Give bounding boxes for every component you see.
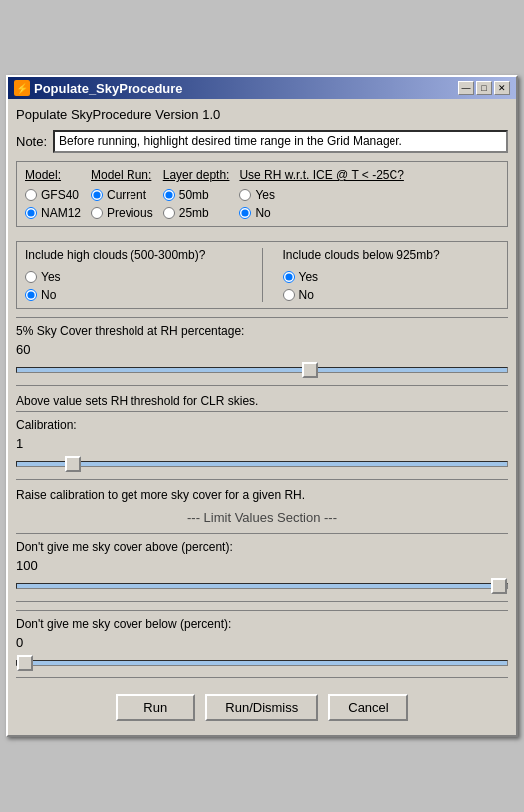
calibration-slider-container — [16, 455, 508, 473]
high-clouds-label: Include high clouds (500-300mb)? — [25, 248, 242, 262]
low-clouds-label: Include clouds below 925mb? — [283, 248, 500, 262]
sky-cover-above-section: Don't give me sky cover above (percent):… — [16, 533, 508, 602]
content-area: Populate SkyProcedure Version 1.0 Note: … — [8, 99, 516, 735]
sky-cover-below-value: 0 — [16, 635, 508, 650]
use-rh-col: Use RH w.r.t. ICE @ T < -25C? Yes No — [239, 168, 403, 220]
sky-cover-above-slider-container — [16, 577, 508, 595]
calibration-slider[interactable] — [16, 461, 508, 467]
model-run-col: Model Run: Current Previous — [91, 168, 153, 220]
window-icon: ⚡ — [14, 80, 30, 96]
use-rh-label: Use RH w.r.t. ICE @ T < -25C? — [239, 168, 403, 182]
calibration-section: Calibration: 1 — [16, 411, 508, 480]
model-nam12-label: NAM12 — [41, 206, 81, 220]
cancel-button[interactable]: Cancel — [328, 694, 407, 721]
options-group: Model: GFS40 NAM12 Model Run: Cu — [16, 161, 508, 227]
sky-cover-above-slider[interactable] — [16, 583, 508, 589]
model-run-previous-label: Previous — [107, 206, 153, 220]
sky-cover-value: 60 — [16, 342, 508, 357]
clouds-row: Include high clouds (500-300mb)? Yes No … — [25, 248, 499, 302]
layer-25mb-radio[interactable] — [163, 207, 175, 219]
layer-50mb-row: 50mb — [163, 188, 230, 202]
rh-no-label: No — [255, 206, 270, 220]
version-label: Populate SkyProcedure Version 1.0 — [16, 107, 508, 122]
model-gfs40-row: GFS40 — [25, 188, 81, 202]
low-clouds-no-row: No — [283, 288, 500, 302]
sky-cover-section: 5% Sky Cover threshold at RH percentage:… — [16, 317, 508, 386]
model-nam12-row: NAM12 — [25, 206, 81, 220]
layer-depth-label: Layer depth: — [163, 168, 230, 182]
sky-cover-slider-container — [16, 361, 508, 379]
model-run-previous-row: Previous — [91, 206, 153, 220]
calibration-info: Raise calibration to get more sky cover … — [16, 488, 508, 502]
low-clouds-no-radio[interactable] — [283, 289, 295, 301]
layer-25mb-label: 25mb — [179, 206, 209, 220]
rh-yes-radio[interactable] — [239, 189, 251, 201]
title-bar: ⚡ Populate_SkyProcedure — □ ✕ — [8, 77, 516, 99]
high-clouds-no-row: No — [25, 288, 242, 302]
layer-depth-col: Layer depth: 50mb 25mb — [163, 168, 230, 220]
sky-cover-below-section: Don't give me sky cover below (percent):… — [16, 610, 508, 678]
close-button[interactable]: ✕ — [494, 81, 510, 95]
buttons-row: Run Run/Dismiss Cancel — [16, 688, 508, 727]
rh-yes-row: Yes — [239, 188, 403, 202]
sky-cover-below-label: Don't give me sky cover below (percent): — [16, 617, 508, 631]
layer-25mb-row: 25mb — [163, 206, 230, 220]
model-nam12-radio[interactable] — [25, 207, 37, 219]
model-run-current-row: Current — [91, 188, 153, 202]
window-title: Populate_SkyProcedure — [34, 81, 183, 96]
main-window: ⚡ Populate_SkyProcedure — □ ✕ Populate S… — [6, 75, 518, 737]
low-clouds-yes-radio[interactable] — [283, 271, 295, 283]
limit-values-header: --- Limit Values Section --- — [16, 510, 508, 525]
run-dismiss-button[interactable]: Run/Dismiss — [205, 694, 318, 721]
title-bar-left: ⚡ Populate_SkyProcedure — [14, 80, 183, 96]
model-col: Model: GFS40 NAM12 — [25, 168, 81, 220]
rh-yes-label: Yes — [255, 188, 275, 202]
sky-cover-below-slider-container — [16, 654, 508, 672]
low-clouds-yes-row: Yes — [283, 270, 500, 284]
sky-cover-info: Above value sets RH threshold for CLR sk… — [16, 394, 508, 407]
minimize-button[interactable]: — — [458, 81, 474, 95]
note-label: Note: — [16, 135, 47, 149]
sky-cover-slider[interactable] — [16, 367, 508, 373]
maximize-button[interactable]: □ — [476, 81, 492, 95]
note-row: Note: — [16, 130, 508, 153]
calibration-label: Calibration: — [16, 418, 508, 432]
high-clouds-no-label: No — [41, 288, 56, 302]
high-clouds-yes-label: Yes — [41, 270, 61, 284]
title-controls: — □ ✕ — [458, 81, 510, 95]
rh-no-row: No — [239, 206, 403, 220]
sky-cover-label: 5% Sky Cover threshold at RH percentage: — [16, 324, 508, 338]
rh-no-radio[interactable] — [239, 207, 251, 219]
model-label: Model: — [25, 168, 81, 182]
model-gfs40-label: GFS40 — [41, 188, 79, 202]
high-clouds-yes-row: Yes — [25, 270, 242, 284]
model-run-label: Model Run: — [91, 168, 153, 182]
high-clouds-yes-radio[interactable] — [25, 271, 37, 283]
high-clouds-col: Include high clouds (500-300mb)? Yes No — [25, 248, 242, 302]
sky-cover-below-slider[interactable] — [16, 660, 508, 666]
high-clouds-no-radio[interactable] — [25, 289, 37, 301]
run-button[interactable]: Run — [116, 694, 195, 721]
sky-cover-above-value: 100 — [16, 558, 508, 573]
low-clouds-no-label: No — [299, 288, 314, 302]
cloud-divider — [262, 248, 263, 302]
note-input[interactable] — [53, 130, 508, 153]
clouds-group: Include high clouds (500-300mb)? Yes No … — [16, 241, 508, 309]
sky-cover-above-label: Don't give me sky cover above (percent): — [16, 540, 508, 554]
model-run-previous-radio[interactable] — [91, 207, 103, 219]
model-run-current-radio[interactable] — [91, 189, 103, 201]
calibration-value: 1 — [16, 436, 508, 451]
layer-50mb-label: 50mb — [179, 188, 209, 202]
low-clouds-yes-label: Yes — [299, 270, 319, 284]
model-gfs40-radio[interactable] — [25, 189, 37, 201]
low-clouds-col: Include clouds below 925mb? Yes No — [283, 248, 500, 302]
model-run-current-label: Current — [107, 188, 146, 202]
layer-50mb-radio[interactable] — [163, 189, 175, 201]
options-row: Model: GFS40 NAM12 Model Run: Cu — [25, 168, 499, 220]
